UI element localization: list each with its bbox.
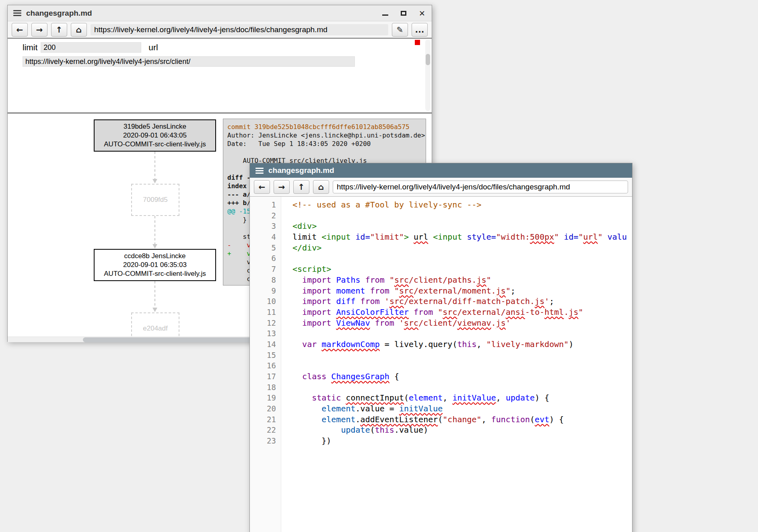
code-line: <div> <box>292 221 632 232</box>
line-number: 11 <box>250 307 281 318</box>
line-number: 23 <box>250 435 281 446</box>
code-line: update(this.value) <box>292 425 632 435</box>
commit-node-319bde5[interactable]: 319bde5 JensLincke2020-09-01 06:43:05AUT… <box>94 119 216 152</box>
line-number-gutter: 1234567891011121314151617181920212223 <box>250 197 281 532</box>
pencil-icon: ✎ <box>397 25 404 35</box>
commit-node-label: 7009fd5 <box>132 195 179 204</box>
code-content[interactable]: <!-- used as a #Tool by lively-sync --> … <box>281 197 632 532</box>
code-line <box>292 328 632 339</box>
line-number: 16 <box>250 360 281 371</box>
up-icon: ↑ <box>298 182 305 192</box>
line-number: 6 <box>250 253 281 264</box>
line-number: 18 <box>250 382 281 393</box>
line-number: 13 <box>250 328 281 339</box>
edit-button[interactable]: ✎ <box>392 23 408 37</box>
address-input[interactable] <box>333 181 628 193</box>
commit-node-label: 2020-09-01 06:35:03 <box>95 261 215 269</box>
code-line: import ViewNav from 'src/client/viewnav.… <box>292 318 632 329</box>
code-editor[interactable]: 1234567891011121314151617181920212223 <!… <box>250 197 632 532</box>
up-button[interactable]: ↑ <box>51 23 67 37</box>
line-number: 10 <box>250 296 281 307</box>
line-number: 2 <box>250 210 281 221</box>
back-icon: ← <box>16 25 23 35</box>
code-line: import AnsiColorFilter from "src/externa… <box>292 307 632 318</box>
back-button[interactable]: ← <box>12 23 28 37</box>
up-button[interactable]: ↑ <box>293 180 309 194</box>
minimize-button[interactable] <box>381 9 389 17</box>
forward-button[interactable]: → <box>31 23 47 37</box>
commit-node-label: e204adf <box>132 324 179 333</box>
back-button[interactable]: ← <box>254 180 270 194</box>
forward-button[interactable]: → <box>274 180 290 194</box>
line-number: 7 <box>250 264 281 275</box>
repo-url-input[interactable] <box>23 56 355 67</box>
code-line: static connectInput(element, initValue, … <box>292 392 632 403</box>
window1-titlebar[interactable]: changesgraph.md ✕ <box>8 5 432 21</box>
ellipsis-icon: ... <box>415 25 424 35</box>
back-icon: ← <box>259 182 266 192</box>
window1-toolbar: ← → ↑ ⌂ ✎ ... <box>8 21 432 39</box>
code-line: <!-- used as a #Tool by lively-sync --> <box>292 199 632 210</box>
address-input[interactable] <box>91 24 388 35</box>
line-number: 20 <box>250 403 281 414</box>
commit-node-e204adf[interactable]: e204adf <box>131 312 179 337</box>
diff-line: commit 319bde525b1048cbcfff6dffe61012ab8… <box>227 123 426 131</box>
vertical-scrollbar[interactable] <box>425 39 430 111</box>
menu-icon[interactable] <box>255 168 264 174</box>
code-line: import diff from 'src/external/diff-matc… <box>292 296 632 307</box>
code-line <box>292 382 632 393</box>
code-line: import Paths from "src/client/paths.js" <box>292 275 632 286</box>
code-line <box>292 350 632 361</box>
commit-node-7009fd5[interactable]: 7009fd5 <box>131 184 179 216</box>
maximize-button[interactable] <box>400 9 408 17</box>
window2-toolbar: ← → ↑ ⌂ <box>250 178 632 197</box>
line-number: 5 <box>250 242 281 253</box>
line-number: 4 <box>250 232 281 242</box>
line-number: 3 <box>250 221 281 232</box>
diff-line <box>227 148 426 156</box>
line-number: 21 <box>250 414 281 425</box>
code-line: element.addEventListener("change", funct… <box>292 414 632 425</box>
limit-label: limit <box>23 43 37 52</box>
line-number: 22 <box>250 425 281 435</box>
code-line <box>292 360 632 371</box>
vertical-scrollbar-thumb[interactable] <box>426 54 430 65</box>
line-number: 12 <box>250 318 281 329</box>
code-line: limit <input id="limit"> url <input styl… <box>292 232 632 242</box>
line-number: 14 <box>250 339 281 350</box>
commit-node-label: 2020-09-01 06:43:05 <box>95 131 215 140</box>
limit-url-form: limit url <box>8 39 432 53</box>
window2-titlebar[interactable]: changesgraph.md <box>250 163 632 178</box>
code-line: import moment from "src/external/moment.… <box>292 286 632 296</box>
home-icon: ⌂ <box>318 182 324 192</box>
line-number: 8 <box>250 275 281 286</box>
graph-edge <box>151 281 159 312</box>
code-line: }) <box>292 435 632 446</box>
home-button[interactable]: ⌂ <box>71 23 87 37</box>
code-line: var markdownComp = lively.query(this, "l… <box>292 339 632 350</box>
graph-edge <box>151 216 159 249</box>
maximize-icon <box>401 11 406 16</box>
home-button[interactable]: ⌂ <box>313 180 329 194</box>
horizontal-scrollbar-thumb[interactable] <box>83 337 254 342</box>
window2-title: changesgraph.md <box>268 166 334 175</box>
commit-node-ccdce8b[interactable]: ccdce8b JensLincke2020-09-01 06:35:03AUT… <box>94 249 216 281</box>
limit-input[interactable] <box>41 42 141 53</box>
code-line: element.value = initValue <box>292 403 632 414</box>
line-number: 17 <box>250 371 281 382</box>
line-number: 9 <box>250 286 281 296</box>
menu-icon[interactable] <box>13 10 21 16</box>
window-changesgraph-front[interactable]: changesgraph.md ← → ↑ ⌂ 1234567891011121… <box>249 163 632 532</box>
up-icon: ↑ <box>56 25 63 35</box>
code-line: </div> <box>292 242 632 253</box>
forward-icon: → <box>278 182 285 192</box>
commit-node-label: ccdce8b JensLincke <box>95 252 215 261</box>
more-button[interactable]: ... <box>412 23 428 37</box>
line-number: 1 <box>250 199 281 210</box>
forward-icon: → <box>36 25 43 35</box>
url-label: url <box>148 43 158 52</box>
close-button[interactable]: ✕ <box>418 9 426 17</box>
code-line <box>292 253 632 264</box>
code-line: <script> <box>292 264 632 275</box>
minimize-icon <box>382 14 388 16</box>
